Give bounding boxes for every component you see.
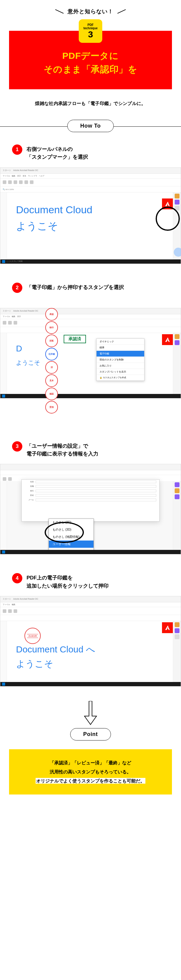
screenshot-3: 名前 役職 会社 部署 メール ものさし (2D) ものさし (3D) ものさし… [0,464,181,554]
badge-number: 3 [88,30,93,39]
step-1: 1 右側ツールパネルの 「スタンプマーク」を選択 [0,133,181,167]
app-subtoolbar[interactable]: 🔍 ⊕ ⊖ 100% [0,186,181,192]
step-text: 「電子印鑑」から押印するスタンプを選択 [27,283,124,293]
placed-stamp[interactable]: 21.02.05 [24,628,41,644]
app-toolbar[interactable] [0,178,181,186]
step-text: PDF上の電子印鑑を 追加したい場所をクリックして押印 [27,573,109,590]
step-3: 3 「ユーザー情報の設定」で 電子印鑑に表示する情報を入力 [0,430,181,464]
adobe-logo [162,199,173,209]
step-text: 右側ツールパネルの 「スタンプマーク」を選択 [27,145,88,161]
eyebrow-text: 意外と知らない！ [68,8,113,15]
step-num: 2 [12,283,22,293]
point-label: Point [70,728,111,740]
screenshot-4: スタート Adobe Acrobat Reader DC ファイル編集 Docu… [0,596,181,687]
step-num: 3 [12,441,22,452]
approved-stamp: 承認済 [64,335,86,343]
howto-divider: How To [0,120,181,133]
app-menubar[interactable]: ファイル編集表示署名ウィンドウヘルプ [0,174,181,178]
digital-seal-item[interactable]: 電子印鑑 [97,351,144,357]
eyebrow: 意外と知らない！ [0,0,181,19]
user-info-item[interactable]: ユーザー情報 [49,541,94,548]
step-num: 4 [12,573,22,583]
point-box: 「承認済」「レビュー済」「最終」など 汎用性の高いスタンプもそろっている。 オリ… [9,749,172,794]
window-title: スタート Adobe Acrobat Reader DC [0,168,181,174]
stamp-palette[interactable]: 承認 検印 回覧 社外秘 済 見本 確認 受領 [45,308,62,423]
step-num: 1 [12,145,22,155]
lead-text: 煩雑な社内承認フローも「電子印鑑」でシンプルに。 [0,89,181,120]
arrow-down-icon [0,694,181,728]
category-list[interactable]: ものさし (2D) ものさし (3D) ものさし (地図情報) ユーザー情報 レ… [49,519,94,554]
technique-badge: PDF technique 3 [0,19,181,43]
step-2: 2 「電子印鑑」から押印するスタンプを選択 [0,271,181,299]
badge-label: PDF technique [83,23,97,30]
preferences-dialog[interactable]: 名前 役職 会社 部署 メール [21,479,160,522]
step-text: 「ユーザー情報の設定」で 電子印鑑に表示する情報を入力 [27,441,98,458]
point-divider: Point [0,728,181,741]
point-line-1: 「承認済」「レビュー済」「最終」など [50,760,131,765]
stamp-tool-icon[interactable] [175,200,179,205]
howto-label: How To [67,120,114,132]
screenshot-1: スタート Adobe Acrobat Reader DC ファイル編集表示署名ウ… [0,167,181,264]
point-line-2: 汎用性の高いスタンプもそろっている。 [50,769,131,774]
stamp-menu[interactable]: ダイナミック 標準 電子印鑑 現在のスタンプを削除 お気に入り スタンプパレット… [96,339,144,381]
taskbar[interactable]: ここに入力して検索 [0,259,181,264]
cursor-indicator [174,248,181,257]
point-line-3: オリジナルでよく使うスタンプを作ることも可能だ。 [36,778,145,784]
screenshot-2: スタート Adobe Acrobat Reader DC ファイル編集表示 Dよ… [0,308,181,423]
hero-title: PDFデータに そのまま「承認印」を [15,49,166,76]
doc-heading: Document Cloudようこそ [16,202,164,234]
step-4: 4 PDF上の電子印鑑を 追加したい場所をクリックして押印 [0,562,181,596]
document-area[interactable]: Document Cloudようこそ [7,192,173,259]
left-panel[interactable] [0,192,7,259]
